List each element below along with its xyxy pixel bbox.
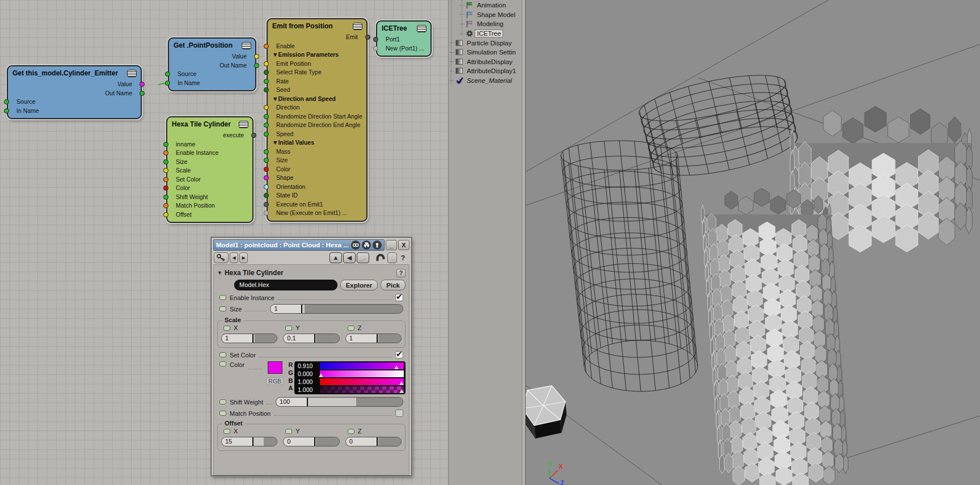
tree-item-icetree[interactable]: ICETree — [449, 29, 522, 39]
section-header[interactable]: ▼ Hexa Tile Cylinder ? — [217, 268, 405, 277]
pinwheel-icon[interactable] — [362, 241, 371, 250]
tree-item-simulation-settin[interactable]: Simulation Settin — [449, 48, 522, 57]
anim-divot-icon[interactable] — [219, 306, 226, 311]
tree-item-modeling[interactable]: Modeling — [449, 19, 522, 29]
color-channel-r[interactable]: 0.910 — [296, 362, 404, 369]
anim-divot-icon[interactable] — [219, 399, 226, 404]
value-port[interactable] — [254, 54, 259, 59]
channel-gradient-slider[interactable] — [320, 370, 404, 377]
emit-position-port[interactable] — [264, 61, 269, 66]
enable-instance-port[interactable] — [163, 150, 168, 155]
node-menu-icon[interactable] — [239, 121, 248, 128]
select-rate-type-port[interactable] — [264, 70, 269, 75]
enable-port[interactable] — [264, 44, 269, 49]
node-menu-icon[interactable] — [242, 42, 251, 49]
scale-port[interactable] — [163, 168, 168, 173]
anim-divot-icon[interactable] — [285, 429, 292, 434]
inname-port[interactable] — [163, 142, 168, 147]
execute-on-emit1-port[interactable] — [264, 202, 269, 207]
back-arrow-button[interactable]: ◀ — [343, 252, 356, 263]
direction-port[interactable] — [264, 105, 269, 110]
set-color-checkbox[interactable] — [395, 351, 403, 359]
offset-port[interactable] — [163, 212, 168, 217]
color-channel-g[interactable]: 0.000 — [296, 370, 404, 377]
tree-item-label[interactable]: Modeling — [475, 20, 505, 27]
new-execute-on-emit1-port[interactable] — [264, 210, 269, 216]
tree-item-label[interactable]: Shape Model — [475, 11, 517, 18]
match-position-checkbox[interactable] — [395, 410, 403, 417]
tree-item-attributedisplay1[interactable]: AttributeDisplay1 — [449, 66, 522, 76]
color-port[interactable] — [264, 167, 269, 172]
randomize-direction-start-angle-port[interactable] — [264, 114, 269, 119]
anim-divot-icon[interactable] — [219, 352, 226, 357]
state-id-port[interactable] — [264, 193, 269, 198]
channel-thumb[interactable] — [319, 373, 323, 377]
out-name-port[interactable] — [254, 63, 259, 68]
node-icetree[interactable]: ICETreePort1New (Port1) ... — [376, 20, 432, 57]
channel-thumb[interactable] — [399, 389, 404, 393]
new-port1-port[interactable] — [373, 46, 378, 51]
match-position-port[interactable] — [163, 203, 168, 208]
channel-thumb[interactable] — [399, 381, 404, 385]
node-get_emitter[interactable]: Get this_model.Cylinder_EmitterValueOut … — [7, 65, 142, 119]
hex-tile-cylinder[interactable] — [701, 188, 848, 485]
collapse-triangle-icon[interactable]: ▼ — [217, 270, 222, 276]
node-hexa[interactable]: Hexa Tile CylinderexecuteinnameEnable In… — [166, 116, 254, 223]
scale-x-slider[interactable]: 1 — [221, 334, 277, 343]
speed-port[interactable] — [264, 132, 269, 137]
anim-divot-icon[interactable] — [219, 411, 226, 416]
shift-weight-port[interactable] — [163, 195, 168, 200]
close-button[interactable]: X — [398, 240, 409, 250]
size-slider[interactable]: 1 — [270, 304, 403, 314]
scale-y-value[interactable]: 0.1 — [284, 334, 315, 343]
ppg-titlebar[interactable]: Model1 : pointcloud : Point Cloud : Hexa… — [213, 239, 409, 251]
rgb-mode-label[interactable]: RGB — [266, 377, 284, 385]
sync-icon[interactable] — [375, 252, 386, 263]
out-name-port[interactable] — [140, 91, 145, 96]
offset-z-value[interactable]: 0 — [346, 437, 378, 446]
randomize-direction-end-angle-port[interactable] — [264, 123, 269, 128]
node-menu-icon[interactable] — [127, 70, 137, 77]
node-menu-icon[interactable] — [353, 23, 362, 30]
port1-port[interactable] — [373, 37, 378, 42]
pick-button[interactable]: Pick — [381, 280, 405, 290]
help-button[interactable]: ? — [398, 252, 408, 263]
channel-gradient-slider[interactable] — [320, 386, 404, 393]
anim-divot-icon[interactable] — [223, 429, 230, 434]
recycle-icon[interactable] — [351, 241, 360, 250]
tree-item-animation[interactable]: Animation — [449, 1, 522, 10]
tree-item-scene-material[interactable]: Scene_Material — [449, 76, 522, 86]
tree-item-label[interactable]: ICETree — [475, 30, 502, 37]
anim-divot-icon[interactable] — [219, 361, 226, 366]
forward-arrow-button[interactable]: ▶ — [357, 252, 369, 263]
color-channel-b[interactable]: 1.000 — [296, 378, 404, 385]
ppg-title[interactable]: Model1 : pointcloud : Point Cloud : Hexa… — [213, 239, 385, 251]
anim-divot-icon[interactable] — [219, 295, 226, 300]
color-swatch[interactable] — [268, 361, 282, 374]
up-arrow-button[interactable]: ▲ — [330, 252, 342, 263]
keyhole-icon[interactable] — [373, 241, 382, 250]
emit-port[interactable] — [365, 35, 370, 40]
scale-x-value[interactable]: 1 — [222, 334, 254, 343]
color-sliders[interactable]: 0.9100.0001.0001.000 — [294, 361, 405, 394]
offset-z-slider[interactable]: 0 — [345, 437, 402, 446]
next-button[interactable]: ▶ — [239, 252, 248, 263]
source-port[interactable] — [4, 99, 9, 104]
execute-port[interactable] — [251, 133, 256, 138]
source-port[interactable] — [165, 71, 170, 77]
set-color-port[interactable] — [163, 177, 168, 182]
panel-divider[interactable] — [522, 0, 526, 485]
wire-get-emitter-out-name-to-get-pointpos-in-name[interactable] — [142, 83, 168, 85]
reference-input[interactable]: Model.Hex — [234, 280, 337, 290]
node-menu-icon[interactable] — [417, 25, 426, 32]
property-panel[interactable]: Model1 : pointcloud : Point Cloud : Hexa… — [211, 237, 412, 476]
shift-weight-slider[interactable]: 100 — [276, 397, 403, 407]
tree-item-label[interactable]: Particle Display — [465, 40, 513, 47]
tree-item-label[interactable]: Simulation Settin — [465, 49, 517, 56]
section-help-button[interactable]: ? — [396, 269, 405, 277]
channel-value[interactable]: 1.000 — [296, 378, 320, 385]
viewport-3d[interactable]: XYZ — [526, 0, 980, 485]
tree-item-label[interactable]: AttributeDisplay1 — [465, 68, 518, 74]
minimize-button[interactable]: _ — [386, 240, 397, 250]
node-get_pointpos[interactable]: Get .PointPositionValueOut NameSourceIn … — [168, 37, 256, 91]
